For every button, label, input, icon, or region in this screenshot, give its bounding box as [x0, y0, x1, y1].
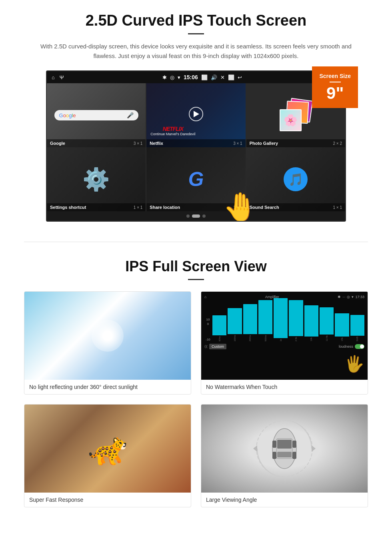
amp-wifi-icon: ▾ — [352, 295, 354, 299]
amp-dots-icon: ··· — [342, 295, 346, 299]
amp-bluetooth-icon: ✱ — [338, 295, 341, 299]
netflix-app-inner: NETFLIX Continue Marvel's Daredevil — [146, 83, 245, 147]
eq-bar-10-container: SUB — [350, 315, 364, 341]
netflix-app-label: Netflix 3 × 1 — [146, 139, 245, 147]
music-note-icon: 🎵 — [288, 172, 303, 186]
svg-rect-8 — [292, 452, 296, 459]
svg-rect-3 — [277, 440, 292, 449]
camera-icon[interactable]: ⬜ — [201, 74, 208, 80]
settings-app-cell[interactable]: ⚙️ Settings shortcut 1 × 1 — [47, 147, 146, 211]
feature-car: Large Viewing Angle — [201, 404, 368, 507]
amp-screen: ⌂ Amplifier ✱ ··· ◎ ▾ 17:33 10 — [201, 292, 368, 380]
svg-marker-9 — [312, 445, 316, 452]
app-grid-row2: ⚙️ Settings shortcut 1 × 1 G 🤚 Share — [47, 147, 345, 211]
sound-app-inner: 🎵 — [246, 147, 345, 211]
close-icon[interactable]: ✕ — [220, 74, 225, 80]
settings-label-size: 1 × 1 — [134, 205, 143, 210]
sunlight-caption: No light reflecting under 360° direct su… — [24, 380, 191, 394]
google-search-bar[interactable]: Google 🎤 — [54, 110, 138, 120]
settings-label-name: Settings shortcut — [50, 205, 86, 210]
wifi-icon: ▾ — [178, 74, 180, 80]
eq-bar-7 — [304, 305, 318, 337]
eq-bar-5-container: 1k — [274, 298, 288, 341]
eq-bar-7-container: 10k — [304, 305, 318, 341]
eq-bar-1-label: 60hz — [218, 336, 221, 341]
section1-description: With 2.5D curved-display screen, this de… — [32, 42, 360, 61]
eq-bar-1-container: 60hz — [212, 315, 226, 341]
gallery-label-name: Photo Gallery — [250, 141, 278, 146]
share-label-name: Share location — [150, 205, 180, 210]
eq-bar-2 — [228, 308, 242, 334]
google-g-icon: G — [188, 168, 204, 191]
netflix-play-button[interactable] — [189, 107, 203, 121]
google-logo: Google — [59, 112, 76, 118]
dot-1[interactable] — [186, 214, 190, 218]
eq-bar-8-label: 12.5k — [326, 335, 328, 341]
google-label-name: Google — [50, 141, 65, 146]
bluetooth-icon: ✱ — [162, 74, 167, 80]
google-g: G — [59, 112, 63, 118]
eq-bar-8 — [320, 307, 334, 335]
eq-bar-4 — [258, 300, 272, 334]
share-app-inner: G — [146, 147, 245, 211]
sun-glow — [92, 320, 124, 352]
gallery-stack: 🌸 — [280, 99, 312, 131]
eq-bar-4-label: 500hz — [264, 335, 267, 341]
svg-rect-6 — [292, 441, 296, 448]
amp-location-icon: ◎ — [347, 295, 350, 299]
eq-bars-inner: 60hz 100hz 200hz — [212, 301, 364, 341]
eq-bar-6-label: 2.5k — [295, 337, 297, 341]
amp-custom-btn[interactable]: Custom — [209, 344, 226, 349]
eq-bar-10 — [350, 315, 364, 336]
eq-bar-9 — [335, 313, 349, 337]
amp-time: 17:33 — [355, 295, 364, 299]
eq-bar-5 — [274, 298, 288, 338]
cheetah-icon: 🐆 — [88, 430, 128, 467]
amp-icons: ✱ ··· ◎ ▾ 17:33 — [338, 295, 364, 299]
dot-2-active[interactable] — [192, 214, 200, 218]
share-app-cell[interactable]: G 🤚 Share location 1 × 1 — [146, 147, 245, 211]
eq-label-10: 10 — [206, 318, 210, 321]
location-icon: ◎ — [170, 74, 174, 80]
sound-app-cell[interactable]: 🎵 Sound Search 1 × 1 — [246, 147, 345, 211]
eq-bar-3-label: 200hz — [249, 335, 251, 341]
title-underline-2 — [188, 279, 204, 280]
dot-3[interactable] — [202, 214, 206, 218]
netflix-app-cell[interactable]: NETFLIX Continue Marvel's Daredevil Netf… — [146, 83, 245, 147]
share-label-size: 1 × 1 — [233, 205, 242, 210]
car-svg — [252, 417, 316, 481]
flower-icon: 🌸 — [284, 114, 298, 127]
sunlight-image — [24, 292, 191, 380]
netflix-content: NETFLIX Continue Marvel's Daredevil — [146, 83, 245, 147]
mic-icon[interactable]: 🎤 — [127, 112, 134, 118]
amp-loudness-toggle: loudness — [339, 344, 364, 349]
amp-toggle-pill[interactable] — [355, 344, 364, 349]
eq-bar-6-container: 2.5k — [289, 300, 303, 341]
netflix-text-overlay: NETFLIX Continue Marvel's Daredevil — [150, 126, 195, 136]
back-icon[interactable]: ↩ — [238, 74, 242, 80]
pagination-dots — [47, 211, 345, 221]
eq-bars: 10 0 -10 60hz 100hz — [204, 301, 364, 341]
window-icon[interactable]: ⬜ — [228, 74, 234, 80]
gallery-photo-main: 🌸 — [280, 109, 302, 131]
cheetah-image: 🐆 — [24, 405, 191, 493]
section1-title: 2.5D Curved IPS Touch Screen — [24, 12, 368, 29]
google-e: e — [73, 112, 76, 118]
status-bar: ⌂ Ψ ✱ ◎ ▾ 15:06 ⬜ 🔊 ✕ ⬜ ↩ — [47, 71, 345, 83]
google-app-cell[interactable]: Google 🎤 Google 3 × 1 — [47, 83, 146, 147]
app-grid-row1: Google 🎤 Google 3 × 1 — [47, 83, 345, 147]
amp-arrow-left[interactable]: ⟨⟨ — [204, 345, 208, 349]
section-divider — [24, 242, 368, 242]
eq-bar-1 — [212, 315, 226, 335]
eq-label-neg10: -10 — [206, 338, 210, 341]
settings-app-label: Settings shortcut 1 × 1 — [47, 203, 146, 211]
eq-label-0: 0 — [207, 322, 209, 326]
home-icon[interactable]: ⌂ — [52, 74, 55, 80]
svg-rect-7 — [272, 452, 276, 459]
volume-icon[interactable]: 🔊 — [211, 74, 217, 80]
netflix-subtitle: Continue Marvel's Daredevil — [150, 132, 195, 136]
eq-bar-9-label: 15k — [341, 337, 343, 341]
eq-bar-10-label: SUB — [356, 337, 358, 341]
car-image — [201, 405, 368, 493]
netflix-label-name: Netflix — [150, 141, 163, 146]
